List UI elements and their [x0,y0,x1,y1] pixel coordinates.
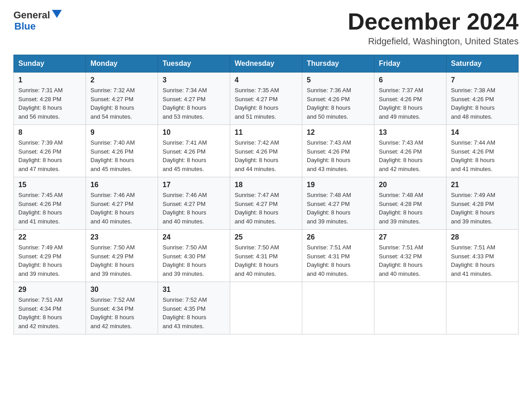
day-info: Sunrise: 7:37 AMSunset: 4:26 PMDaylight:… [379,86,442,121]
header-tuesday: Tuesday [158,55,230,73]
day-number: 21 [451,181,514,189]
calendar-cell: 2Sunrise: 7:32 AMSunset: 4:27 PMDaylight… [86,73,158,125]
day-number: 29 [18,286,81,294]
day-info: Sunrise: 7:52 AMSunset: 4:34 PMDaylight:… [90,295,153,330]
calendar-cell: 11Sunrise: 7:42 AMSunset: 4:26 PMDayligh… [230,125,302,177]
calendar-cell: 15Sunrise: 7:45 AMSunset: 4:26 PMDayligh… [14,177,86,230]
calendar-cell: 14Sunrise: 7:44 AMSunset: 4:26 PMDayligh… [446,125,519,177]
calendar-cell: 8Sunrise: 7:39 AMSunset: 4:26 PMDaylight… [14,125,86,177]
calendar-cell: 25Sunrise: 7:50 AMSunset: 4:31 PMDayligh… [230,230,302,282]
day-info: Sunrise: 7:52 AMSunset: 4:35 PMDaylight:… [163,295,225,330]
day-number: 4 [235,76,297,84]
calendar-cell: 17Sunrise: 7:46 AMSunset: 4:27 PMDayligh… [158,177,230,230]
day-number: 10 [163,128,225,137]
calendar-cell: 7Sunrise: 7:38 AMSunset: 4:26 PMDaylight… [446,73,519,125]
day-info: Sunrise: 7:40 AMSunset: 4:26 PMDaylight:… [90,138,153,173]
day-number: 22 [18,233,81,241]
day-info: Sunrise: 7:45 AMSunset: 4:26 PMDaylight:… [18,191,81,226]
calendar-cell: 29Sunrise: 7:51 AMSunset: 4:34 PMDayligh… [14,282,86,334]
day-number: 19 [307,181,369,189]
calendar-cell: 1Sunrise: 7:31 AMSunset: 4:28 PMDaylight… [14,73,86,125]
day-info: Sunrise: 7:39 AMSunset: 4:26 PMDaylight:… [18,138,81,173]
day-number: 24 [163,233,225,241]
day-info: Sunrise: 7:31 AMSunset: 4:28 PMDaylight:… [18,86,81,121]
day-number: 23 [90,233,153,241]
day-number: 28 [451,233,514,241]
day-number: 3 [163,76,225,84]
day-info: Sunrise: 7:44 AMSunset: 4:26 PMDaylight:… [451,138,514,173]
day-number: 2 [90,76,153,84]
calendar-cell: 9Sunrise: 7:40 AMSunset: 4:26 PMDaylight… [86,125,158,177]
calendar-cell: 12Sunrise: 7:43 AMSunset: 4:26 PMDayligh… [302,125,374,177]
day-number: 9 [90,128,153,137]
calendar-cell: 24Sunrise: 7:50 AMSunset: 4:30 PMDayligh… [158,230,230,282]
day-number: 1 [18,76,81,84]
calendar-week-row: 29Sunrise: 7:51 AMSunset: 4:34 PMDayligh… [14,282,519,334]
calendar-week-row: 15Sunrise: 7:45 AMSunset: 4:26 PMDayligh… [14,177,519,230]
day-info: Sunrise: 7:51 AMSunset: 4:31 PMDaylight:… [307,243,369,278]
day-number: 30 [90,286,153,294]
title-section: December 2024 Ridgefield, Washington, Un… [348,9,519,47]
location-subtitle: Ridgefield, Washington, United States [348,36,519,47]
header-thursday: Thursday [302,55,374,73]
calendar-week-row: 8Sunrise: 7:39 AMSunset: 4:26 PMDaylight… [14,125,519,177]
day-info: Sunrise: 7:49 AMSunset: 4:28 PMDaylight:… [451,191,514,226]
calendar-cell: 10Sunrise: 7:41 AMSunset: 4:26 PMDayligh… [158,125,230,177]
day-number: 5 [307,76,369,84]
day-info: Sunrise: 7:32 AMSunset: 4:27 PMDaylight:… [90,86,153,121]
day-info: Sunrise: 7:41 AMSunset: 4:26 PMDaylight:… [163,138,225,173]
calendar-cell [302,282,374,334]
day-info: Sunrise: 7:35 AMSunset: 4:27 PMDaylight:… [235,86,297,121]
calendar-cell: 5Sunrise: 7:36 AMSunset: 4:26 PMDaylight… [302,73,374,125]
calendar-cell: 23Sunrise: 7:50 AMSunset: 4:29 PMDayligh… [86,230,158,282]
day-number: 15 [18,181,81,189]
day-info: Sunrise: 7:51 AMSunset: 4:34 PMDaylight:… [18,295,81,330]
day-info: Sunrise: 7:47 AMSunset: 4:27 PMDaylight:… [235,191,297,226]
day-info: Sunrise: 7:42 AMSunset: 4:26 PMDaylight:… [235,138,297,173]
calendar-cell: 3Sunrise: 7:34 AMSunset: 4:27 PMDaylight… [158,73,230,125]
day-number: 26 [307,233,369,241]
day-number: 6 [379,76,442,84]
day-info: Sunrise: 7:50 AMSunset: 4:29 PMDaylight:… [90,243,153,278]
header-wednesday: Wednesday [230,55,302,73]
day-number: 27 [379,233,442,241]
logo-arrow-icon [52,10,62,20]
day-info: Sunrise: 7:38 AMSunset: 4:26 PMDaylight:… [451,86,514,121]
page-header: General Blue December 2024 Ridgefield, W… [13,9,519,47]
day-number: 20 [379,181,442,189]
day-number: 25 [235,233,297,241]
calendar-header-row: SundayMondayTuesdayWednesdayThursdayFrid… [14,55,519,73]
day-number: 17 [163,181,225,189]
day-number: 12 [307,128,369,137]
day-number: 14 [451,128,514,137]
logo-blue-text: Blue [14,21,36,32]
header-saturday: Saturday [446,55,519,73]
header-sunday: Sunday [14,55,86,73]
calendar-cell [446,282,519,334]
day-number: 7 [451,76,514,84]
day-number: 11 [235,128,297,137]
calendar-cell: 27Sunrise: 7:51 AMSunset: 4:32 PMDayligh… [374,230,446,282]
day-info: Sunrise: 7:50 AMSunset: 4:31 PMDaylight:… [235,243,297,278]
day-info: Sunrise: 7:46 AMSunset: 4:27 PMDaylight:… [163,191,225,226]
svg-marker-0 [52,10,62,18]
day-number: 8 [18,128,81,137]
day-info: Sunrise: 7:43 AMSunset: 4:26 PMDaylight:… [307,138,369,173]
calendar-week-row: 1Sunrise: 7:31 AMSunset: 4:28 PMDaylight… [14,73,519,125]
calendar-cell: 16Sunrise: 7:46 AMSunset: 4:27 PMDayligh… [86,177,158,230]
logo: General Blue [13,9,62,32]
calendar-cell: 20Sunrise: 7:48 AMSunset: 4:28 PMDayligh… [374,177,446,230]
header-monday: Monday [86,55,158,73]
day-number: 13 [379,128,442,137]
calendar-cell: 13Sunrise: 7:43 AMSunset: 4:26 PMDayligh… [374,125,446,177]
day-info: Sunrise: 7:51 AMSunset: 4:32 PMDaylight:… [379,243,442,278]
day-number: 16 [90,181,153,189]
calendar-table: SundayMondayTuesdayWednesdayThursdayFrid… [13,55,519,334]
day-info: Sunrise: 7:46 AMSunset: 4:27 PMDaylight:… [90,191,153,226]
day-info: Sunrise: 7:51 AMSunset: 4:33 PMDaylight:… [451,243,514,278]
calendar-cell: 19Sunrise: 7:48 AMSunset: 4:27 PMDayligh… [302,177,374,230]
calendar-cell: 21Sunrise: 7:49 AMSunset: 4:28 PMDayligh… [446,177,519,230]
calendar-cell [230,282,302,334]
calendar-cell: 6Sunrise: 7:37 AMSunset: 4:26 PMDaylight… [374,73,446,125]
day-info: Sunrise: 7:48 AMSunset: 4:28 PMDaylight:… [379,191,442,226]
